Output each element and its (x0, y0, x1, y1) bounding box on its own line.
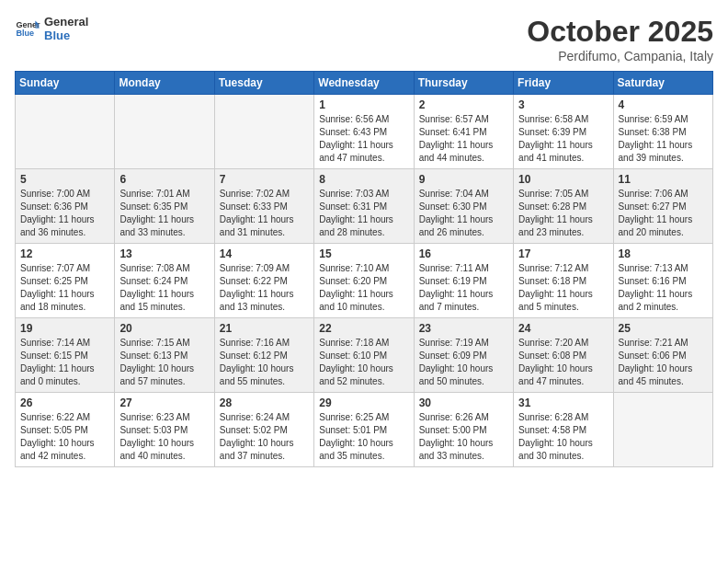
day-info: Sunrise: 6:24 AM Sunset: 5:02 PM Dayligh… (220, 411, 309, 463)
day-info: Sunrise: 7:11 AM Sunset: 6:19 PM Dayligh… (419, 262, 508, 314)
day-info: Sunrise: 7:15 AM Sunset: 6:13 PM Dayligh… (119, 337, 209, 388)
calendar-week-row: 26Sunrise: 6:22 AM Sunset: 5:05 PM Dayli… (16, 393, 713, 467)
calendar-cell: 8Sunrise: 7:03 AM Sunset: 6:31 PM Daylig… (314, 169, 414, 244)
calendar-cell (115, 95, 214, 169)
day-number: 9 (419, 173, 508, 186)
day-info: Sunrise: 6:25 AM Sunset: 5:01 PM Dayligh… (319, 411, 408, 463)
month-title: October 2025 (527, 15, 713, 49)
calendar-cell (214, 95, 313, 169)
day-info: Sunrise: 6:26 AM Sunset: 5:00 PM Dayligh… (419, 411, 508, 463)
day-info: Sunrise: 7:00 AM Sunset: 6:36 PM Dayligh… (20, 188, 109, 239)
day-info: Sunrise: 7:16 AM Sunset: 6:12 PM Dayligh… (220, 337, 309, 388)
day-number: 11 (619, 173, 708, 186)
calendar-cell: 28Sunrise: 6:24 AM Sunset: 5:02 PM Dayli… (214, 393, 313, 467)
day-number: 8 (319, 173, 408, 186)
calendar-cell: 30Sunrise: 6:26 AM Sunset: 5:00 PM Dayli… (414, 393, 513, 467)
day-number: 14 (220, 247, 309, 260)
day-number: 22 (319, 322, 408, 335)
day-number: 3 (518, 98, 608, 111)
day-info: Sunrise: 6:58 AM Sunset: 6:39 PM Dayligh… (518, 113, 608, 165)
calendar-cell: 24Sunrise: 7:20 AM Sunset: 6:08 PM Dayli… (514, 318, 613, 393)
day-info: Sunrise: 7:18 AM Sunset: 6:10 PM Dayligh… (319, 337, 408, 388)
day-number: 6 (119, 173, 209, 186)
day-number: 25 (619, 322, 708, 335)
column-header-thursday: Thursday (414, 72, 513, 95)
calendar-cell: 13Sunrise: 7:08 AM Sunset: 6:24 PM Dayli… (115, 244, 214, 318)
day-info: Sunrise: 7:14 AM Sunset: 6:15 PM Dayligh… (20, 337, 109, 388)
calendar-cell: 5Sunrise: 7:00 AM Sunset: 6:36 PM Daylig… (16, 169, 115, 244)
day-info: Sunrise: 7:04 AM Sunset: 6:30 PM Dayligh… (419, 188, 508, 239)
day-number: 30 (419, 396, 508, 409)
calendar-table: SundayMondayTuesdayWednesdayThursdayFrid… (15, 71, 713, 467)
title-block: October 2025 Perdifumo, Campania, Italy (527, 15, 713, 63)
day-info: Sunrise: 7:20 AM Sunset: 6:08 PM Dayligh… (518, 337, 608, 388)
calendar-cell: 16Sunrise: 7:11 AM Sunset: 6:19 PM Dayli… (414, 244, 513, 318)
day-info: Sunrise: 7:01 AM Sunset: 6:35 PM Dayligh… (119, 188, 209, 239)
day-info: Sunrise: 6:56 AM Sunset: 6:43 PM Dayligh… (319, 113, 408, 165)
logo-line1: General (44, 15, 88, 29)
day-info: Sunrise: 7:05 AM Sunset: 6:28 PM Dayligh… (518, 188, 608, 239)
svg-marker-3 (35, 25, 39, 29)
column-header-wednesday: Wednesday (314, 72, 414, 95)
day-number: 20 (119, 322, 209, 335)
day-info: Sunrise: 7:02 AM Sunset: 6:33 PM Dayligh… (220, 188, 309, 239)
calendar-cell: 15Sunrise: 7:10 AM Sunset: 6:20 PM Dayli… (314, 244, 414, 318)
calendar-cell (16, 95, 115, 169)
calendar-cell: 3Sunrise: 6:58 AM Sunset: 6:39 PM Daylig… (514, 95, 613, 169)
calendar-cell: 21Sunrise: 7:16 AM Sunset: 6:12 PM Dayli… (214, 318, 313, 393)
day-number: 19 (20, 322, 109, 335)
day-number: 1 (319, 98, 408, 111)
day-number: 24 (518, 322, 608, 335)
day-number: 27 (119, 396, 209, 409)
column-header-saturday: Saturday (613, 72, 712, 95)
calendar-week-row: 12Sunrise: 7:07 AM Sunset: 6:25 PM Dayli… (16, 244, 713, 318)
logo-icon: General Blue (15, 16, 40, 41)
calendar-cell: 10Sunrise: 7:05 AM Sunset: 6:28 PM Dayli… (514, 169, 613, 244)
day-info: Sunrise: 7:06 AM Sunset: 6:27 PM Dayligh… (619, 188, 708, 239)
calendar-cell: 12Sunrise: 7:07 AM Sunset: 6:25 PM Dayli… (16, 244, 115, 318)
day-number: 21 (220, 322, 309, 335)
calendar-cell: 19Sunrise: 7:14 AM Sunset: 6:15 PM Dayli… (16, 318, 115, 393)
page-header: General Blue General Blue October 2025 P… (15, 15, 713, 63)
location-subtitle: Perdifumo, Campania, Italy (527, 49, 713, 63)
day-number: 31 (518, 396, 608, 409)
day-number: 18 (619, 247, 708, 260)
day-number: 7 (220, 173, 309, 186)
day-number: 2 (419, 98, 508, 111)
calendar-cell (613, 393, 712, 467)
day-info: Sunrise: 7:13 AM Sunset: 6:16 PM Dayligh… (619, 262, 708, 314)
day-number: 16 (419, 247, 508, 260)
day-number: 17 (518, 247, 608, 260)
day-number: 12 (20, 247, 109, 260)
calendar-cell: 29Sunrise: 6:25 AM Sunset: 5:01 PM Dayli… (314, 393, 414, 467)
calendar-week-row: 1Sunrise: 6:56 AM Sunset: 6:43 PM Daylig… (16, 95, 713, 169)
column-header-tuesday: Tuesday (214, 72, 313, 95)
calendar-cell: 26Sunrise: 6:22 AM Sunset: 5:05 PM Dayli… (16, 393, 115, 467)
calendar-cell: 31Sunrise: 6:28 AM Sunset: 4:58 PM Dayli… (514, 393, 613, 467)
calendar-cell: 23Sunrise: 7:19 AM Sunset: 6:09 PM Dayli… (414, 318, 513, 393)
day-info: Sunrise: 6:59 AM Sunset: 6:38 PM Dayligh… (619, 113, 708, 165)
calendar-cell: 17Sunrise: 7:12 AM Sunset: 6:18 PM Dayli… (514, 244, 613, 318)
day-info: Sunrise: 7:12 AM Sunset: 6:18 PM Dayligh… (518, 262, 608, 314)
calendar-cell: 25Sunrise: 7:21 AM Sunset: 6:06 PM Dayli… (613, 318, 712, 393)
day-number: 28 (220, 396, 309, 409)
day-info: Sunrise: 7:21 AM Sunset: 6:06 PM Dayligh… (619, 337, 708, 388)
calendar-cell: 18Sunrise: 7:13 AM Sunset: 6:16 PM Dayli… (613, 244, 712, 318)
day-info: Sunrise: 7:09 AM Sunset: 6:22 PM Dayligh… (220, 262, 309, 314)
logo-line2: Blue (44, 29, 88, 42)
calendar-week-row: 5Sunrise: 7:00 AM Sunset: 6:36 PM Daylig… (16, 169, 713, 244)
calendar-cell: 1Sunrise: 6:56 AM Sunset: 6:43 PM Daylig… (314, 95, 414, 169)
column-header-monday: Monday (115, 72, 214, 95)
calendar-cell: 20Sunrise: 7:15 AM Sunset: 6:13 PM Dayli… (115, 318, 214, 393)
calendar-cell: 7Sunrise: 7:02 AM Sunset: 6:33 PM Daylig… (214, 169, 313, 244)
day-info: Sunrise: 6:57 AM Sunset: 6:41 PM Dayligh… (419, 113, 508, 165)
day-number: 23 (419, 322, 508, 335)
day-info: Sunrise: 6:22 AM Sunset: 5:05 PM Dayligh… (20, 411, 109, 463)
day-info: Sunrise: 7:08 AM Sunset: 6:24 PM Dayligh… (119, 262, 209, 314)
day-number: 13 (119, 247, 209, 260)
calendar-cell: 27Sunrise: 6:23 AM Sunset: 5:03 PM Dayli… (115, 393, 214, 467)
day-number: 29 (319, 396, 408, 409)
day-info: Sunrise: 7:07 AM Sunset: 6:25 PM Dayligh… (20, 262, 109, 314)
calendar-cell: 2Sunrise: 6:57 AM Sunset: 6:41 PM Daylig… (414, 95, 513, 169)
day-info: Sunrise: 6:23 AM Sunset: 5:03 PM Dayligh… (119, 411, 209, 463)
